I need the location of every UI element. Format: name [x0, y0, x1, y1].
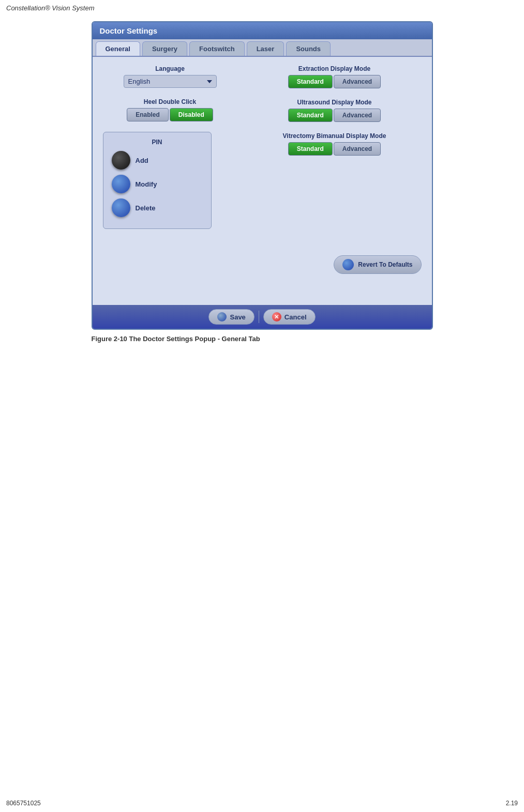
- extraction-display-mode-group: Extraction Display Mode Standard Advance…: [248, 65, 422, 88]
- pin-delete-row: Delete: [112, 198, 203, 217]
- header-title: Constellation® Vision System: [6, 4, 94, 12]
- tab-surgery[interactable]: Surgery: [142, 41, 187, 56]
- dialog-content: Language English Heel Double Click Enabl…: [93, 57, 432, 305]
- heel-double-click-group: Heel Double Click Enabled Disabled: [103, 98, 237, 121]
- extraction-toggle: Standard Advanced: [248, 75, 422, 88]
- dialog-footer: Save ✕ Cancel: [93, 305, 432, 329]
- dialog-titlebar: Doctor Settings: [93, 22, 432, 39]
- language-value: English: [128, 78, 151, 85]
- tab-footswitch[interactable]: Footswitch: [189, 41, 245, 56]
- ultrasound-display-mode-group: Ultrasound Display Mode Standard Advance…: [248, 99, 422, 122]
- figure-container: Doctor Settings General Surgery Footswit…: [0, 16, 524, 343]
- ultrasound-display-mode-label: Ultrasound Display Mode: [248, 99, 422, 106]
- vitrectomy-standard-button[interactable]: Standard: [288, 142, 333, 156]
- pin-add-row: Add: [112, 151, 203, 170]
- page-header: Constellation® Vision System: [0, 0, 524, 16]
- revert-icon: [342, 259, 354, 270]
- right-column: Extraction Display Mode Standard Advance…: [248, 65, 422, 229]
- heel-double-click-label: Heel Double Click: [103, 98, 237, 105]
- pin-modify-label: Modify: [136, 180, 157, 188]
- extraction-display-mode-label: Extraction Display Mode: [248, 65, 422, 72]
- left-column: Language English Heel Double Click Enabl…: [103, 65, 237, 229]
- extraction-advanced-button[interactable]: Advanced: [334, 75, 381, 88]
- extraction-standard-button[interactable]: Standard: [288, 75, 333, 88]
- pin-add-label: Add: [136, 157, 148, 164]
- ultrasound-toggle: Standard Advanced: [248, 109, 422, 122]
- cancel-button[interactable]: ✕ Cancel: [263, 309, 316, 325]
- pin-delete-label: Delete: [136, 204, 156, 212]
- revert-to-defaults-button[interactable]: Revert To Defaults: [334, 255, 421, 274]
- heel-double-click-toggle: Enabled Disabled: [103, 108, 237, 121]
- heel-enabled-button[interactable]: Enabled: [127, 108, 169, 121]
- page-footer: 8065751025 2.19: [6, 800, 518, 807]
- ultrasound-standard-button[interactable]: Standard: [288, 109, 333, 122]
- tab-bar: General Surgery Footswitch Laser Sounds: [93, 39, 432, 57]
- doctor-settings-dialog: Doctor Settings General Surgery Footswit…: [92, 21, 433, 330]
- heel-disabled-button[interactable]: Disabled: [170, 108, 213, 121]
- save-icon: [217, 312, 227, 321]
- pin-modify-button-icon[interactable]: [112, 175, 130, 193]
- revert-btn-container: Revert To Defaults: [334, 255, 421, 274]
- pin-title: PIN: [112, 139, 203, 146]
- save-button[interactable]: Save: [208, 309, 254, 325]
- tab-general[interactable]: General: [96, 41, 140, 56]
- content-columns: Language English Heel Double Click Enabl…: [103, 65, 422, 229]
- tab-laser[interactable]: Laser: [247, 41, 285, 56]
- ultrasound-advanced-button[interactable]: Advanced: [334, 109, 381, 122]
- dropdown-arrow-icon: [207, 80, 212, 83]
- vitrectomy-toggle: Standard Advanced: [248, 142, 422, 156]
- language-label: Language: [103, 65, 237, 72]
- footer-page: 2.19: [506, 800, 518, 807]
- vitrectomy-display-mode-label: Vitrectomy Bimanual Display Mode: [248, 132, 422, 140]
- save-label: Save: [230, 313, 245, 321]
- vitrectomy-display-mode-group: Vitrectomy Bimanual Display Mode Standar…: [248, 132, 422, 156]
- footer-divider: [259, 311, 259, 323]
- dialog-title: Doctor Settings: [100, 26, 158, 35]
- language-dropdown[interactable]: English: [124, 75, 217, 88]
- cancel-label: Cancel: [285, 313, 307, 321]
- tab-sounds[interactable]: Sounds: [286, 41, 331, 56]
- cancel-icon: ✕: [272, 312, 281, 321]
- figure-caption: Figure 2-10 The Doctor Settings Popup - …: [92, 335, 433, 343]
- footer-part-number: 8065751025: [6, 800, 41, 807]
- language-field-group: Language English: [103, 65, 237, 88]
- pin-add-button-icon[interactable]: [112, 151, 130, 170]
- vitrectomy-advanced-button[interactable]: Advanced: [334, 142, 381, 156]
- pin-section: PIN Add Modify Delete: [103, 132, 212, 229]
- revert-label: Revert To Defaults: [358, 261, 412, 268]
- pin-delete-button-icon[interactable]: [112, 198, 130, 217]
- pin-modify-row: Modify: [112, 175, 203, 193]
